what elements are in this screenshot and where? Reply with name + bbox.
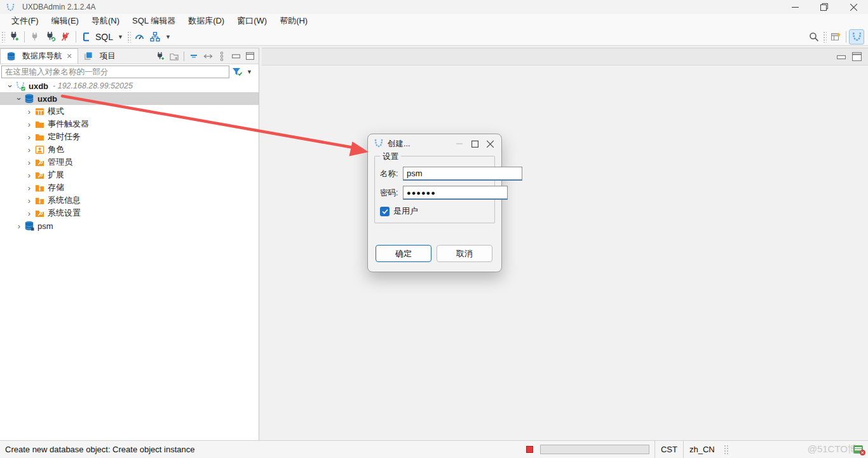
folder-icon xyxy=(34,132,44,142)
link-with-editor-button[interactable] xyxy=(201,50,214,62)
menu-edit[interactable]: 编辑(E) xyxy=(45,14,85,28)
chevron-right-icon[interactable]: › xyxy=(28,120,31,128)
panel-toolbar-separator xyxy=(184,52,184,61)
locale-indicator[interactable]: zh_CN xyxy=(683,441,721,458)
tree-row-event-triggers[interactable]: › 事件触发器 xyxy=(0,118,259,130)
filter-settings-button[interactable]: ▼ xyxy=(229,67,257,77)
window-title: UXDBAdmin 2.1.2.4A xyxy=(22,3,95,11)
chevron-right-icon[interactable]: › xyxy=(28,133,31,141)
settings-group-label: 设置 xyxy=(380,151,401,162)
tab-projects-label: 项目 xyxy=(100,51,116,62)
uxdb-perspective-button[interactable] xyxy=(849,29,864,45)
new-connection-button[interactable] xyxy=(6,29,22,45)
tree-row-system-info[interactable]: › 系统信息 xyxy=(0,194,259,207)
ok-button[interactable]: 确定 xyxy=(376,245,431,262)
create-object-dialog: 创建... 设置 名称: 密码: 是用户 确定 取消 xyxy=(367,134,502,272)
search-icon[interactable] xyxy=(806,29,822,45)
progress-bar xyxy=(540,445,649,454)
menu-file[interactable]: 文件(F) xyxy=(5,14,45,28)
tree-row-scheduled-tasks[interactable]: › 定时任务 xyxy=(0,130,259,143)
tree-row-schemas[interactable]: › 模式 xyxy=(0,105,259,118)
sql-editor-button[interactable] xyxy=(79,29,94,45)
watermark-text: @51CTO博 xyxy=(808,443,857,455)
window-close-button[interactable] xyxy=(839,0,868,14)
menu-navigate[interactable]: 导航(N) xyxy=(85,14,126,28)
tree-item-label: 定时任务 xyxy=(48,131,81,142)
tree-row-extensions[interactable]: › 扩展 xyxy=(0,169,259,181)
dialog-maximize-button[interactable] xyxy=(467,137,482,151)
reconnect-button[interactable] xyxy=(43,29,58,45)
tree-item-label: 扩展 xyxy=(48,169,64,181)
chevron-right-icon[interactable]: › xyxy=(28,171,31,179)
view-menu-button[interactable] xyxy=(215,50,228,62)
chevron-right-icon[interactable]: › xyxy=(18,222,20,230)
menu-sql-editor[interactable]: SQL 编辑器 xyxy=(126,14,182,28)
dialog-titlebar[interactable]: 创建... xyxy=(368,134,501,153)
panel-maximize-button[interactable] xyxy=(243,50,256,62)
tree-row-database-uxdb[interactable]: › uxdb xyxy=(0,92,259,105)
status-message: Create new database object: Create objec… xyxy=(5,445,194,454)
chevron-right-icon[interactable]: › xyxy=(28,184,31,192)
connection-icon xyxy=(15,81,25,91)
menu-help[interactable]: 帮助(H) xyxy=(273,14,314,28)
tree-row-roles[interactable]: › 角色 xyxy=(0,143,259,156)
toolbar-grip xyxy=(823,31,827,43)
sql-dropdown-caret[interactable]: ▼ xyxy=(118,34,123,40)
dashboard-button[interactable] xyxy=(132,29,147,45)
timezone-indicator[interactable]: CST xyxy=(654,441,683,458)
menu-window[interactable]: 窗口(W) xyxy=(231,14,273,28)
tree-row-system-settings[interactable]: › 系统设置 xyxy=(0,207,259,219)
tree-row-administrators[interactable]: › 管理员 xyxy=(0,156,259,169)
is-user-checkbox[interactable] xyxy=(380,207,390,216)
editor-minimize-button[interactable] xyxy=(837,54,846,60)
tree-item-label: 系统设置 xyxy=(48,207,81,219)
folder-wrench-icon xyxy=(34,208,44,218)
tab-close-icon[interactable]: ✕ xyxy=(67,52,72,60)
tree-item-label: 管理员 xyxy=(48,156,72,168)
password-field[interactable] xyxy=(403,186,508,200)
tab-projects[interactable]: 项目 xyxy=(78,48,121,64)
cancel-button[interactable]: 取消 xyxy=(437,245,492,262)
folder-wrench-icon xyxy=(34,157,44,167)
chevron-right-icon[interactable]: › xyxy=(28,108,31,116)
open-perspective-button[interactable] xyxy=(828,29,843,45)
toolbar-dropdown-caret[interactable]: ▼ xyxy=(165,34,171,40)
chevron-right-icon[interactable]: › xyxy=(28,197,31,205)
name-field[interactable] xyxy=(403,167,522,181)
database-navigator-panel: 数据库导航 ✕ 项目 xyxy=(0,48,259,440)
tree-row-connection-uxdb[interactable]: › uxdb - 192.168.28.99:52025 xyxy=(0,80,259,92)
window-restore-button[interactable] xyxy=(810,0,839,14)
tab-database-navigator[interactable]: 数据库导航 ✕ xyxy=(0,48,78,64)
tree-item-label: 事件触发器 xyxy=(48,118,89,130)
navigator-tab-bar: 数据库导航 ✕ 项目 xyxy=(0,48,259,64)
toolbar-separator xyxy=(76,31,76,43)
stop-icon[interactable] xyxy=(524,443,536,456)
chevron-right-icon[interactable]: › xyxy=(28,209,31,218)
panel-new-connection-button[interactable] xyxy=(154,50,166,62)
tab-database-navigator-label: 数据库导航 xyxy=(22,51,62,62)
window-minimize-button[interactable] xyxy=(780,0,810,14)
tree-row-storage[interactable]: › 存储 xyxy=(0,181,259,194)
menu-database[interactable]: 数据库(D) xyxy=(182,14,231,28)
connect-button[interactable] xyxy=(27,29,43,45)
chevron-down-icon[interactable]: › xyxy=(15,97,24,100)
schema-icon xyxy=(34,106,44,116)
name-label: 名称: xyxy=(380,169,403,179)
chevron-right-icon[interactable]: › xyxy=(28,158,31,167)
collapse-all-button[interactable] xyxy=(187,50,200,62)
sql-editor-label[interactable]: SQL xyxy=(95,32,113,42)
network-topology-button[interactable] xyxy=(147,29,163,45)
disconnect-button[interactable] xyxy=(58,29,73,45)
panel-minimize-button[interactable] xyxy=(229,50,242,62)
tree-row-database-psm[interactable]: › psm xyxy=(0,219,259,232)
navigator-filter-row: ▼ xyxy=(0,64,259,80)
password-label: 密码: xyxy=(380,188,403,198)
chevron-down-icon[interactable]: › xyxy=(6,85,15,87)
chevron-right-icon[interactable]: › xyxy=(28,146,31,154)
dialog-close-button[interactable] xyxy=(482,137,498,151)
filter-dropdown-caret[interactable]: ▼ xyxy=(247,69,252,75)
new-folder-button[interactable] xyxy=(168,50,180,62)
editor-maximize-button[interactable] xyxy=(852,52,862,61)
database-name: psm xyxy=(37,221,53,231)
object-filter-input[interactable] xyxy=(1,66,229,78)
